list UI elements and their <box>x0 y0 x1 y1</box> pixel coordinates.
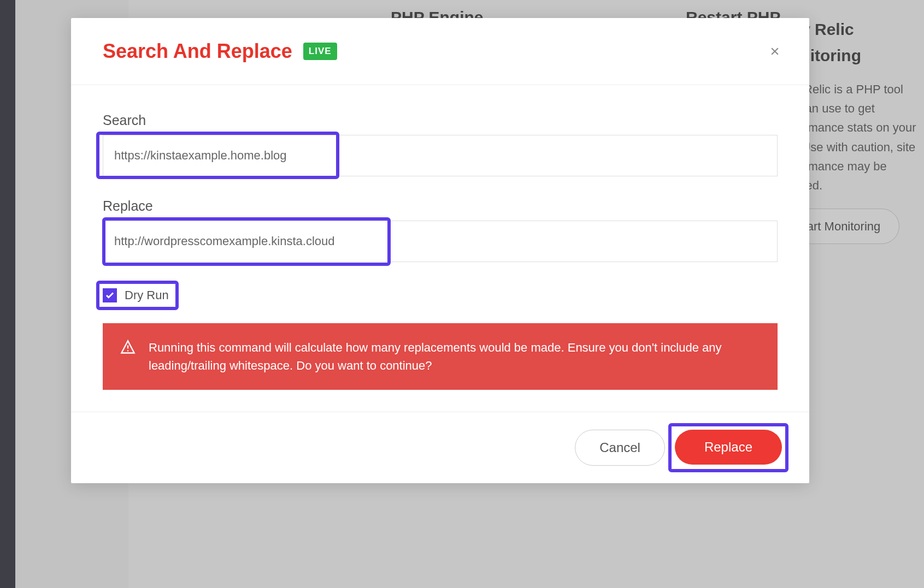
search-input-wrap <box>103 135 778 176</box>
replace-input[interactable] <box>103 221 778 262</box>
search-input[interactable] <box>103 135 778 176</box>
modal-body: Search Replace Dry Run Runn <box>71 85 809 412</box>
replace-input-wrap <box>103 221 778 262</box>
close-icon <box>769 46 780 57</box>
search-label: Search <box>103 112 778 128</box>
replace-button[interactable]: Replace <box>675 430 782 465</box>
modal-header: Search And Replace LIVE <box>71 18 809 85</box>
warning-icon <box>120 340 136 355</box>
dry-run-label: Dry Run <box>125 288 169 302</box>
warning-box: Running this command will calculate how … <box>103 323 778 390</box>
replace-label: Replace <box>103 198 778 214</box>
modal-footer: Cancel Replace <box>71 412 809 483</box>
warning-text: Running this command will calculate how … <box>149 338 760 375</box>
cancel-button[interactable]: Cancel <box>575 430 665 466</box>
svg-point-4 <box>127 350 128 351</box>
live-badge: LIVE <box>303 43 337 60</box>
close-button[interactable] <box>767 43 783 60</box>
check-icon <box>105 290 115 300</box>
replace-button-wrap: Replace <box>675 430 782 466</box>
modal-title: Search And Replace <box>103 40 292 63</box>
dry-run-row[interactable]: Dry Run <box>99 284 175 307</box>
dry-run-checkbox[interactable] <box>103 288 117 302</box>
search-replace-modal: Search And Replace LIVE Search Replace <box>71 18 809 483</box>
